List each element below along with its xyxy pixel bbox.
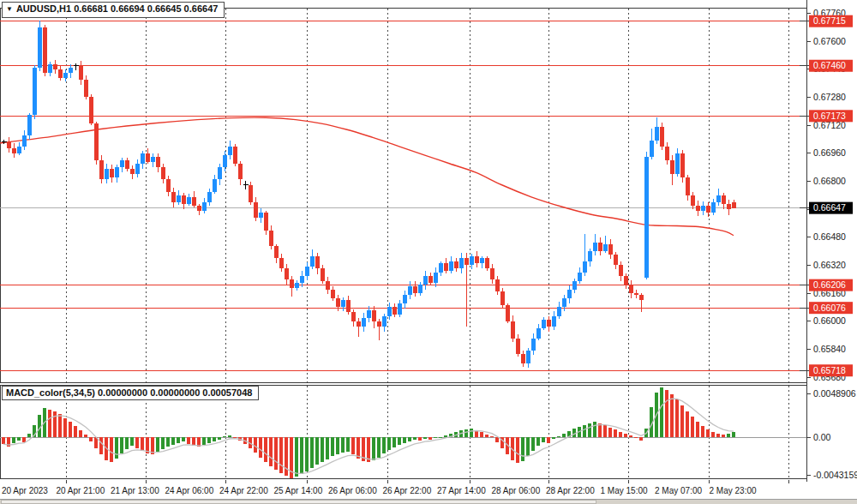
macd-bar xyxy=(79,430,82,437)
candle-body xyxy=(639,295,644,300)
x-axis-label: 28 Apr 22:00 xyxy=(546,486,595,495)
macd-bar xyxy=(629,435,632,437)
candle-body xyxy=(207,192,212,202)
candle-body xyxy=(650,141,654,156)
macd-bar xyxy=(552,437,555,439)
macd-bar xyxy=(84,435,87,437)
candle-body xyxy=(459,258,464,268)
candle-body xyxy=(115,167,119,177)
macd-bar xyxy=(125,437,129,449)
macd-bar xyxy=(531,437,535,451)
candle-body xyxy=(423,276,428,285)
macd-bar xyxy=(588,423,591,437)
price-label-box-text: 0.67460 xyxy=(813,60,846,70)
candle-body xyxy=(177,195,181,202)
candle-body xyxy=(233,147,237,164)
macd-bar xyxy=(351,437,355,454)
macd-bar xyxy=(187,437,190,444)
candle-body xyxy=(521,354,525,363)
macd-bar xyxy=(403,437,406,443)
candle-body xyxy=(295,283,299,288)
candle-body xyxy=(367,310,371,317)
chart-background xyxy=(0,0,857,504)
candle-body xyxy=(27,115,32,135)
macd-bar xyxy=(398,437,401,445)
candle-body xyxy=(418,285,423,293)
x-axis-label: 24 Apr 06:00 xyxy=(165,486,214,495)
bottom-scrollbar-thumb[interactable] xyxy=(2,501,596,504)
candle-body xyxy=(727,204,731,209)
candle-body xyxy=(79,66,83,80)
candle-body xyxy=(151,157,155,162)
macd-bar xyxy=(310,437,314,468)
candle-body xyxy=(706,206,710,213)
candle-body xyxy=(572,281,577,290)
macd-bar xyxy=(393,437,396,447)
candle-body xyxy=(336,298,340,307)
candle-body xyxy=(490,268,494,279)
candle-body xyxy=(254,202,258,218)
macd-bar xyxy=(434,437,437,438)
candle-body xyxy=(598,243,602,251)
macd-bar xyxy=(156,437,159,452)
symbol-dropdown-icon[interactable]: ▼ xyxy=(6,5,13,13)
macd-bar xyxy=(110,437,113,462)
candle-body xyxy=(120,160,124,167)
macd-title: MACD_color(5,34,5) 0.00000000 0.00000000… xyxy=(6,387,252,398)
macd-bar xyxy=(48,410,51,437)
macd-bar xyxy=(423,437,427,439)
candle-body xyxy=(33,68,37,115)
candle-body xyxy=(264,213,268,230)
candle-body xyxy=(274,246,279,258)
macd-bar xyxy=(89,437,93,441)
candle-body xyxy=(449,261,453,270)
x-axis-label: 25 Apr 14:00 xyxy=(274,486,323,495)
candle-body xyxy=(326,281,330,290)
macd-bar xyxy=(63,418,67,437)
candle-body xyxy=(506,305,510,321)
candle-body xyxy=(315,256,320,268)
candle-body xyxy=(17,147,21,153)
candle-body xyxy=(454,261,458,268)
macd-bar xyxy=(470,429,473,437)
candle-body xyxy=(531,339,536,351)
candle-body xyxy=(218,167,222,179)
candle-body xyxy=(511,321,515,339)
candle-body xyxy=(413,286,417,293)
macd-bar xyxy=(557,436,560,437)
macd-bar xyxy=(228,435,231,437)
macd-bar xyxy=(660,387,663,437)
candle-body xyxy=(202,202,207,211)
macd-bar xyxy=(295,437,298,477)
candle-body xyxy=(341,300,345,307)
chart-title-box: ▼AUDUSD,H1 0.66681 0.66694 0.66645 0.666… xyxy=(2,2,225,18)
candle-body xyxy=(408,286,412,295)
price-label-box-text: 0.67173 xyxy=(813,111,846,121)
macd-bar xyxy=(341,437,345,453)
candle-body xyxy=(48,64,52,73)
candle-body xyxy=(444,263,448,270)
x-axis-label: 26 Apr 06:00 xyxy=(328,486,377,495)
macd-axis-label: 0.00 xyxy=(813,432,831,442)
macd-bar xyxy=(516,437,519,463)
macd-bar xyxy=(130,437,134,446)
price-label-box-text: 0.66647 xyxy=(813,202,846,213)
macd-bar xyxy=(711,432,715,437)
candle-body xyxy=(290,279,294,288)
macd-bar xyxy=(274,437,278,470)
macd-bar xyxy=(300,437,303,474)
macd-bar xyxy=(485,435,488,437)
x-axis-label: 20 Apr 2023 xyxy=(2,486,48,495)
macd-bar xyxy=(74,426,77,437)
macd-bar xyxy=(171,437,175,445)
candle-body xyxy=(259,213,263,218)
macd-bar xyxy=(634,437,638,438)
price-label-box-text: 0.66206 xyxy=(813,279,846,290)
chart-canvas[interactable]: 0.677600.676000.674400.672800.671200.669… xyxy=(0,0,857,504)
macd-bar xyxy=(572,429,576,437)
candle-body xyxy=(619,265,623,275)
candle-body xyxy=(372,310,376,321)
macd-bar xyxy=(279,437,283,473)
candle-body xyxy=(12,148,16,153)
candle-body xyxy=(480,258,484,263)
